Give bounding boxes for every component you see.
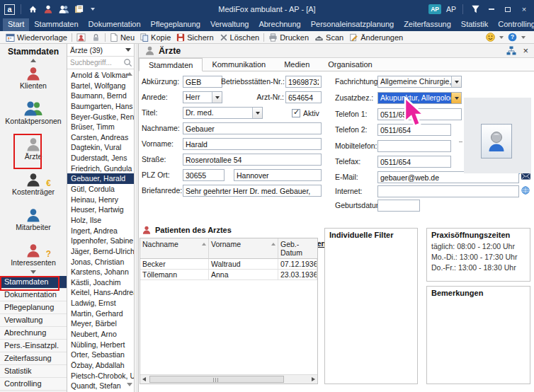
nachname-field[interactable] bbox=[183, 122, 322, 134]
list-item[interactable]: Quandt, Stefan bbox=[67, 381, 134, 391]
nav-item-zeiterfassung[interactable]: Zeiterfassung bbox=[0, 352, 67, 365]
tab-organisation[interactable]: Organisation bbox=[319, 58, 381, 71]
close-button[interactable]: × bbox=[518, 4, 530, 14]
abkuerzung-field[interactable] bbox=[183, 76, 222, 88]
drucken-button[interactable]: Drucken bbox=[266, 32, 312, 43]
smiley-feedback-icon[interactable] bbox=[486, 33, 495, 42]
löschen-button[interactable]: Löschen bbox=[217, 32, 263, 43]
kopie-button[interactable]: Kopie bbox=[137, 32, 174, 43]
globe-icon[interactable] bbox=[521, 186, 530, 195]
neu-button[interactable]: Neu bbox=[107, 32, 137, 43]
nav-item-verwaltung[interactable]: Verwaltung bbox=[0, 314, 67, 327]
nav-item-abrechnung[interactable]: Abrechnung bbox=[0, 327, 67, 340]
list-item[interactable]: Heuser, Hartwig bbox=[67, 204, 134, 215]
vorname-field[interactable] bbox=[183, 138, 322, 150]
list-item[interactable]: Gebauer, Harald bbox=[67, 173, 134, 184]
help-icon[interactable]: ? bbox=[508, 33, 517, 42]
list-item[interactable]: Karstens, Johann bbox=[67, 267, 134, 277]
menu-tab-start[interactable]: Start bbox=[3, 18, 29, 31]
menu-tab-controlling[interactable]: Controlling bbox=[493, 18, 534, 31]
list-item[interactable]: Duderstadt, Jens bbox=[67, 153, 134, 163]
fachrichtung-select[interactable]: Allgemeine Chirurgie, All bbox=[377, 76, 462, 88]
list-item[interactable]: Orter, Sebastian bbox=[67, 350, 134, 360]
menu-tab-zeiterfassung[interactable]: Zeiterfassung bbox=[399, 18, 456, 31]
column-header-geb-datum[interactable]: Geb.-Datum bbox=[278, 238, 317, 259]
strasse-field[interactable] bbox=[183, 154, 322, 166]
filter-icon[interactable] bbox=[470, 4, 481, 14]
nav-item-pflegeplanung[interactable]: Pflegeplanung bbox=[0, 301, 67, 314]
help-caret-icon[interactable] bbox=[521, 36, 526, 39]
list-item[interactable]: Beyer-Gustke, Renate bbox=[67, 112, 134, 122]
list-item[interactable]: Heinau, Henry bbox=[67, 195, 134, 205]
zusatzbez-select[interactable]: Akupunktur, Allergologie bbox=[377, 92, 462, 104]
menu-tab-abrechnung[interactable]: Abrechnung bbox=[254, 18, 305, 31]
briefanrede-field[interactable] bbox=[183, 185, 322, 197]
titel-select[interactable]: Dr. med. bbox=[183, 107, 263, 119]
nav-item-stammdaten[interactable]: Stammdaten bbox=[0, 276, 67, 289]
quick-access-caret-icon[interactable] bbox=[91, 8, 95, 11]
sichern-button[interactable]: Sichern bbox=[174, 32, 216, 43]
sidebar-scroll-up-icon[interactable] bbox=[30, 59, 36, 62]
sidebar-scroll-down-icon[interactable] bbox=[30, 270, 36, 274]
list-item[interactable]: Özbay, Abdallah bbox=[67, 360, 134, 371]
list-item[interactable]: Gütl, Cordula bbox=[67, 184, 134, 195]
photo-button[interactable] bbox=[481, 124, 512, 158]
clients-icon[interactable] bbox=[42, 4, 54, 14]
table-row[interactable]: BeckerWaltraud07.12.1936 bbox=[140, 259, 317, 270]
nav-item-controlling[interactable]: Controlling bbox=[0, 378, 67, 391]
scrollbar-thumb[interactable] bbox=[149, 376, 284, 383]
list-scroll-up-icon[interactable] bbox=[127, 72, 132, 76]
list-item[interactable]: Bartel, Wolfgang bbox=[67, 81, 134, 91]
betriebsstaetten-field[interactable] bbox=[285, 76, 322, 88]
titel-dropdown-icon[interactable] bbox=[252, 108, 262, 118]
scroll-left-icon[interactable] bbox=[142, 377, 146, 381]
column-header-nachname[interactable]: Nachname bbox=[140, 238, 209, 259]
list-item[interactable]: Holz, Ilse bbox=[67, 215, 134, 226]
list-item[interactable]: Ladwig, Ernst bbox=[67, 298, 134, 309]
sitemap-icon[interactable] bbox=[506, 46, 516, 55]
table-row[interactable]: TöllemannAnna23.03.1936 bbox=[140, 270, 317, 280]
menu-tab-verwaltung[interactable]: Verwaltung bbox=[205, 18, 254, 31]
list-item[interactable]: Baumann, Bernd bbox=[67, 91, 134, 101]
anrede-select[interactable]: Herr bbox=[183, 91, 222, 103]
telefon2-field[interactable] bbox=[377, 124, 451, 136]
panel-close-icon[interactable]: × bbox=[523, 46, 528, 55]
list-item[interactable]: Kästli, Joachim bbox=[67, 277, 134, 288]
minimize-button[interactable] bbox=[486, 4, 497, 14]
list-item[interactable]: Brüser, Timm bbox=[67, 122, 134, 132]
geburtsdatum-field[interactable] bbox=[377, 200, 420, 212]
list-item[interactable]: Carsten, Andreas bbox=[67, 132, 134, 143]
änderungen-button[interactable]: Änderungen bbox=[346, 32, 406, 43]
scan-button[interactable]: Scan bbox=[312, 32, 346, 43]
mobiltelefon-field[interactable] bbox=[377, 140, 451, 152]
anrede-dropdown-icon[interactable] bbox=[212, 92, 222, 103]
person-card-icon-button[interactable] bbox=[74, 32, 89, 43]
list-item[interactable]: Jonas, Christian bbox=[67, 257, 134, 267]
nav-item-pers-einsatzpl[interactable]: Pers.-Einsatzpl. bbox=[0, 340, 67, 352]
modules-icon[interactable] bbox=[74, 4, 85, 14]
list-item[interactable]: Keitel, Hans-Andreas bbox=[67, 287, 134, 298]
sidebar-item-kostenträger[interactable]: €Kostenträger bbox=[0, 170, 67, 196]
list-scroll-down-icon[interactable] bbox=[127, 383, 132, 386]
list-item[interactable]: Baumgarten, Hans bbox=[67, 101, 134, 112]
plz-field[interactable] bbox=[183, 169, 225, 181]
column-header-vorname[interactable]: Vorname bbox=[209, 238, 278, 259]
menu-tab-personaleinsatzplanung[interactable]: Personaleinsatzplanung bbox=[306, 18, 399, 31]
scroll-right-icon[interactable] bbox=[312, 377, 315, 381]
list-item[interactable]: Arnold & Volkmar bbox=[67, 70, 134, 81]
menu-tab-dokumentation[interactable]: Dokumentation bbox=[84, 18, 146, 31]
list-item[interactable]: Ippenhofer, Sabine bbox=[67, 236, 134, 246]
menu-tab-pflegeplanung[interactable]: Pflegeplanung bbox=[146, 18, 205, 31]
nav-item-dokumentation[interactable]: Dokumentation bbox=[0, 289, 67, 301]
list-item[interactable]: Nübling, Herbert bbox=[67, 340, 134, 350]
maximize-button[interactable] bbox=[502, 4, 513, 14]
zusatzbez-dropdown-icon[interactable] bbox=[451, 93, 461, 103]
wiedervorlage-button[interactable]: Wiedervorlage bbox=[3, 32, 70, 43]
tab-kommunikation[interactable]: Kommunikation bbox=[203, 58, 275, 71]
list-dropdown-icon[interactable] bbox=[125, 48, 131, 52]
menu-tab-stammdaten[interactable]: Stammdaten bbox=[29, 18, 83, 31]
nav-item-statistik[interactable]: Statistik bbox=[0, 365, 67, 378]
list-item[interactable]: Martin, Gerhard bbox=[67, 309, 134, 319]
padlock-icon-button[interactable] bbox=[89, 32, 103, 43]
telefax-field[interactable] bbox=[377, 156, 451, 168]
